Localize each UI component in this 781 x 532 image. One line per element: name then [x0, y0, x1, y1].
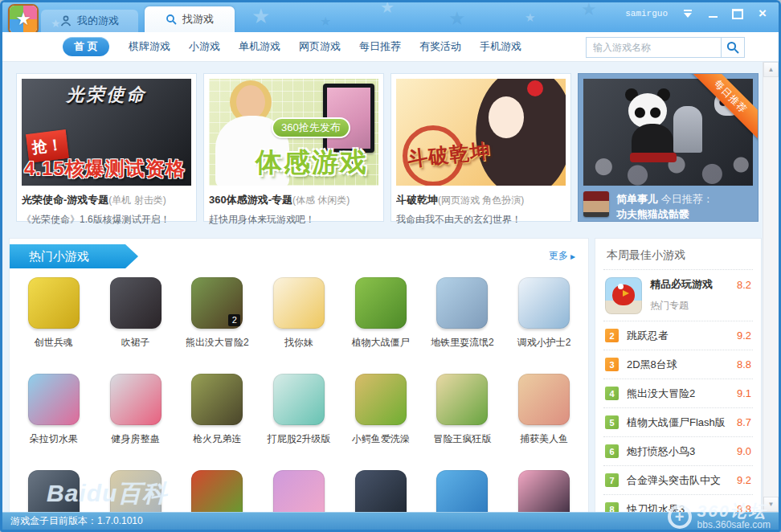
game-title: 找你妹 — [258, 336, 340, 350]
banner-card-daily-pick[interactable]: 每日推荐 简单事儿 今日推荐： 功夫熊猫战骷髅 — [578, 73, 759, 222]
nav-item-web-games[interactable]: 网页游戏 — [299, 39, 341, 54]
game-item[interactable]: 枪火兄弟连 — [176, 369, 258, 465]
nav-item-mini-games[interactable]: 小游戏 — [189, 39, 220, 54]
game-item[interactable]: 冒险王疯狂版 — [422, 369, 504, 465]
game-icon[interactable] — [436, 277, 488, 329]
scroll-up-button[interactable]: ▲ — [763, 62, 779, 77]
banner-card-motion-games[interactable]: 360抢先发布 体感游戏 360体感游戏-专题(体感 休闲类) 赶快用身体来玩游… — [203, 73, 384, 222]
banner-desc: 《光荣使命》1.6版核爆测试开启！ — [22, 213, 191, 227]
nav-item-daily-picks[interactable]: 每日推荐 — [359, 39, 401, 54]
game-item[interactable]: 朵拉切水果 — [13, 369, 95, 465]
game-icon[interactable] — [436, 470, 488, 518]
game-icon[interactable] — [28, 374, 80, 425]
game-icon-badge: 2 — [228, 314, 240, 326]
recommender-avatar — [583, 191, 609, 217]
game-icon[interactable] — [436, 374, 488, 425]
banner-card-doupo-qiankun[interactable]: 斗破乾坤 斗破乾坤(网页游戏 角色扮演) 我命由我不由天的玄幻世界！ — [390, 73, 571, 222]
banner-category: (网页游戏 角色扮演) — [438, 194, 524, 206]
game-item[interactable]: 2熊出没大冒险2 — [176, 272, 258, 369]
nav-item-pc-games[interactable]: 单机游戏 — [239, 39, 280, 54]
game-icon[interactable] — [518, 277, 570, 329]
game-item[interactable] — [422, 465, 504, 518]
vertical-scrollbar[interactable]: ▲ ▼ — [763, 62, 779, 512]
close-button[interactable]: × — [756, 8, 769, 19]
hot-games-panel: 热门小游戏 更多▸ 创世兵魂 吹裙子 2熊出没大冒险2 找你妹 植物大战僵尸 地… — [9, 238, 589, 518]
main-tabs: 我的游戏 找游戏 — [41, 6, 235, 32]
nav-items: 棋牌游戏 小游戏 单机游戏 网页游戏 每日推荐 有奖活动 手机游戏 — [129, 39, 521, 54]
game-score: 8.8 — [737, 358, 751, 370]
rank-badge: 3 — [605, 358, 619, 371]
game-icon[interactable]: 2 — [191, 277, 243, 329]
game-title: 植物大战僵尸 — [340, 336, 422, 350]
game-score: 8.2 — [737, 279, 751, 291]
game-icon[interactable] — [28, 277, 80, 329]
game-item[interactable]: 地铁里耍流氓2 — [422, 272, 504, 369]
game-item[interactable] — [503, 465, 585, 518]
tab-my-games[interactable]: 我的游戏 — [41, 10, 138, 32]
ranked-game-item[interactable]: 2 跳跃忍者 9.2 — [595, 321, 761, 350]
nav-item-mobile-games[interactable]: 手机游戏 — [480, 39, 521, 54]
game-name: 炮打愤怒小鸟3 — [627, 444, 729, 459]
game-icon[interactable] — [110, 374, 162, 425]
skin-dropdown-button[interactable] — [681, 8, 694, 19]
game-item[interactable]: 创世兵魂 — [13, 272, 95, 369]
more-link[interactable]: 更多▸ — [549, 249, 575, 263]
game-item[interactable]: 找你妹 — [258, 272, 340, 369]
version-text: 游戏盒子目前版本：1.7.0.1010 — [10, 515, 143, 526]
minimize-button[interactable] — [706, 8, 719, 19]
game-item[interactable] — [13, 465, 95, 518]
game-item[interactable]: 植物大战僵尸 — [340, 272, 422, 369]
close-icon: × — [759, 8, 767, 19]
game-icon[interactable] — [273, 277, 325, 329]
game-item[interactable] — [176, 465, 258, 518]
maximize-button[interactable] — [731, 8, 744, 19]
game-icon[interactable] — [110, 277, 162, 329]
game-item[interactable]: 打屁股2升级版 — [258, 369, 340, 465]
game-icon[interactable] — [110, 470, 162, 518]
nav-item-prize-events[interactable]: 有奖活动 — [419, 39, 461, 54]
scroll-down-button[interactable]: ▼ — [763, 497, 779, 512]
search-input[interactable] — [586, 37, 721, 58]
nav-item-board-games[interactable]: 棋牌游戏 — [129, 39, 170, 54]
game-icon[interactable] — [518, 470, 570, 518]
app-logo-icon[interactable]: ★ — [8, 4, 39, 32]
game-icon[interactable] — [355, 277, 407, 329]
section-title-ribbon: 热门小游戏 — [10, 244, 138, 268]
game-item[interactable] — [95, 465, 177, 518]
ranked-game-item[interactable]: 5 植物大战僵尸Flash版 8.7 — [595, 408, 761, 436]
game-item[interactable] — [340, 465, 422, 518]
game-icon[interactable] — [191, 374, 243, 425]
banner-image: 光荣使命 抢！ 4.15核爆测试资格 — [22, 79, 191, 186]
game-icon[interactable] — [273, 374, 325, 425]
featured-game-item[interactable]: 精品必玩游戏 8.2 热门专题 — [595, 270, 761, 321]
tab-find-games[interactable]: 找游戏 — [145, 6, 235, 32]
status-bar: 游戏盒子目前版本：1.7.0.1010 — [2, 512, 779, 530]
ranked-game-item[interactable]: 4 熊出没大冒险2 9.1 — [595, 379, 761, 407]
game-icon[interactable] — [518, 374, 570, 425]
game-item[interactable]: 调戏小护士2 — [503, 272, 585, 369]
ranked-game-item[interactable]: 6 炮打愤怒小鸟3 9.0 — [595, 437, 761, 465]
nav-home-button[interactable]: 首 页 — [63, 37, 109, 56]
game-icon[interactable] — [28, 470, 80, 518]
game-icon[interactable] — [355, 374, 407, 425]
game-item[interactable]: 健身房整蛊 — [95, 369, 177, 465]
game-name: 熊出没大冒险2 — [627, 387, 729, 401]
ranked-game-item[interactable]: 3 2D黑8台球 8.8 — [595, 350, 761, 379]
game-item[interactable] — [258, 465, 340, 518]
search-icon — [726, 41, 739, 54]
banner-card-glorious-mission[interactable]: 光荣使命 抢！ 4.15核爆测试资格 光荣使命-游戏专题(单机 射击类) 《光荣… — [16, 73, 197, 222]
banner-category: (单机 射击类) — [108, 194, 166, 206]
game-item[interactable]: 吹裙子 — [95, 272, 177, 369]
game-name: 植物大战僵尸Flash版 — [627, 415, 729, 430]
search-button[interactable] — [721, 37, 745, 58]
woman-face — [489, 96, 524, 138]
game-icon[interactable] — [273, 470, 325, 518]
game-item[interactable]: 小鳄鱼爱洗澡 — [340, 369, 422, 465]
game-icon[interactable] — [355, 470, 407, 518]
triangle-right-icon: ▸ — [570, 251, 575, 262]
game-icon[interactable] — [191, 470, 243, 518]
star-decoration: ★ — [525, 10, 535, 25]
recommended-game: 功夫熊猫战骷髅 — [616, 207, 714, 222]
ranked-game-item[interactable]: 7 合金弹头突击队中文 9.2 — [595, 466, 761, 494]
game-item[interactable]: 捕获美人鱼 — [503, 369, 585, 465]
